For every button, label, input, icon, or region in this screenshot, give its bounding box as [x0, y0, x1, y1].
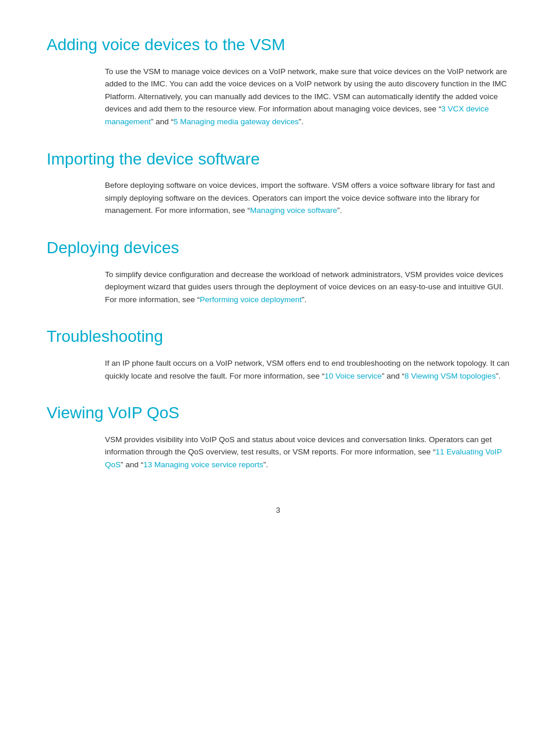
link-voice-service[interactable]: 10 Voice service — [325, 372, 382, 380]
section-text-viewing-voip-qos: VSM provides visibility into VoIP QoS an… — [105, 433, 509, 471]
section-body-deploying-devices: To simplify device configuration and dec… — [47, 268, 509, 306]
section-body-importing-device-software: Before deploying software on voice devic… — [47, 179, 509, 217]
link-managing-voice-software[interactable]: Managing voice software — [250, 206, 337, 215]
page-container: Adding voice devices to the VSM To use t… — [0, 0, 556, 756]
section-text-importing-device-software: Before deploying software on voice devic… — [105, 179, 509, 217]
section-body-viewing-voip-qos: VSM provides visibility into VoIP QoS an… — [47, 433, 509, 471]
section-title-importing-device-software: Importing the device software — [47, 149, 509, 169]
section-body-troubleshooting: If an IP phone fault occurs on a VoIP ne… — [47, 357, 509, 382]
section-deploying-devices: Deploying devices To simplify device con… — [47, 238, 509, 306]
section-title-viewing-voip-qos: Viewing VoIP QoS — [47, 403, 509, 423]
link-managing-voice-service-reports[interactable]: 13 Managing voice service reports — [143, 460, 263, 469]
section-title-adding-voice-devices: Adding voice devices to the VSM — [47, 35, 509, 55]
section-importing-device-software: Importing the device software Before dep… — [47, 149, 509, 217]
section-title-deploying-devices: Deploying devices — [47, 238, 509, 258]
page-number: 3 — [47, 506, 509, 514]
link-performing-voice-deployment[interactable]: Performing voice deployment — [200, 295, 302, 304]
section-text-deploying-devices: To simplify device configuration and dec… — [105, 268, 509, 306]
link-viewing-vsm-topologies[interactable]: 8 Viewing VSM topologies — [404, 372, 496, 380]
section-body-adding-voice-devices: To use the VSM to manage voice devices o… — [47, 65, 509, 128]
section-troubleshooting: Troubleshooting If an IP phone fault occ… — [47, 327, 509, 382]
section-viewing-voip-qos: Viewing VoIP QoS VSM provides visibility… — [47, 403, 509, 471]
section-adding-voice-devices: Adding voice devices to the VSM To use t… — [47, 35, 509, 128]
section-text-troubleshooting: If an IP phone fault occurs on a VoIP ne… — [105, 357, 509, 382]
section-title-troubleshooting: Troubleshooting — [47, 327, 509, 346]
section-text-adding-voice-devices: To use the VSM to manage voice devices o… — [105, 65, 509, 128]
link-managing-media-gateway[interactable]: 5 Managing media gateway devices — [174, 117, 299, 126]
